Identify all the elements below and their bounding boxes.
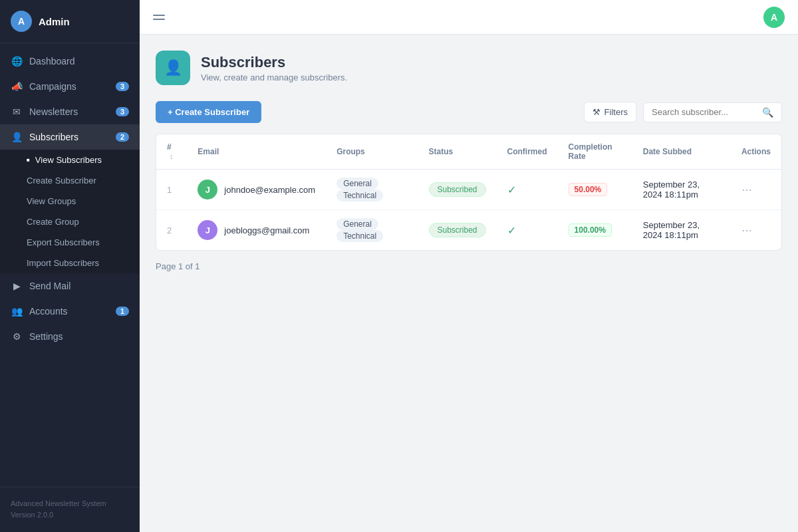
- group-tag: General: [336, 178, 378, 190]
- sidebar-label-dashboard: Dashboard: [29, 56, 75, 66]
- sidebar-header: A Admin: [0, 0, 140, 43]
- subnav-view-subscribers[interactable]: View Subscribers: [0, 150, 140, 170]
- pagination: Page 1 of 1: [156, 261, 782, 271]
- page-icon: 👤: [156, 51, 190, 85]
- cell-groups: GeneralTechnical: [326, 170, 418, 210]
- completion-rate-badge: 100.00%: [569, 223, 612, 237]
- sidebar-item-subscribers[interactable]: 👤 Subscribers 2: [0, 124, 140, 150]
- status-badge: Subscribed: [429, 182, 486, 197]
- cell-email: J joebloggs@gmail.com: [187, 210, 326, 251]
- col-email[interactable]: Email: [187, 134, 326, 170]
- user-avatar: A: [11, 11, 32, 32]
- topbar: A: [140, 0, 798, 35]
- subscribers-badge: 2: [116, 132, 129, 142]
- sidebar-item-dashboard[interactable]: 🌐 Dashboard: [0, 49, 140, 74]
- cell-confirmed: ✓: [497, 210, 558, 251]
- users-icon: 👥: [11, 305, 23, 317]
- subnav-export-subscribers[interactable]: Export Subscribers: [0, 232, 140, 253]
- sidebar-label-subscribers: Subscribers: [29, 132, 78, 142]
- cell-status: Subscribed: [418, 170, 497, 210]
- sidebar-username: Admin: [39, 16, 70, 27]
- sort-icon[interactable]: ↕: [170, 152, 174, 160]
- subscriber-avatar: J: [198, 180, 217, 200]
- accounts-badge: 1: [116, 307, 129, 316]
- actions-menu-button[interactable]: ⋯: [741, 225, 753, 236]
- subnav-view-groups[interactable]: View Groups: [0, 191, 140, 211]
- col-completion-rate[interactable]: Completion Rate: [558, 134, 632, 170]
- subscribers-table-container: # ↕ Email Groups Status Confirmed Comple…: [156, 134, 782, 251]
- cell-actions: ⋯: [731, 210, 781, 251]
- envelope-icon: ✉: [11, 106, 23, 118]
- subscriber-email[interactable]: joebloggs@gmail.com: [224, 225, 309, 235]
- group-tag: Technical: [336, 190, 383, 201]
- subscribers-sub-nav: View Subscribers Create Subscriber View …: [0, 150, 140, 273]
- sidebar-label-settings: Settings: [29, 331, 63, 342]
- toolbar: + Create Subscriber ⚒ Filters 🔍: [156, 101, 782, 123]
- cell-confirmed: ✓: [497, 170, 558, 210]
- page-content: 👤 Subscribers View, create and manage su…: [140, 35, 798, 532]
- sidebar-item-sendmail[interactable]: ▶ Send Mail: [0, 273, 140, 299]
- globe-icon: 🌐: [11, 55, 23, 67]
- cell-email: J johndoe@example.com: [187, 170, 326, 210]
- table-row: 1 J johndoe@example.com GeneralTechnical…: [156, 170, 781, 210]
- topbar-user-avatar[interactable]: A: [763, 7, 785, 28]
- sidebar-item-accounts[interactable]: 👥 Accounts 1: [0, 299, 140, 324]
- cell-num: 2: [156, 210, 187, 251]
- col-actions: Actions: [731, 134, 781, 170]
- col-date-subbed[interactable]: Date Subbed: [632, 134, 731, 170]
- status-badge: Subscribed: [429, 223, 486, 237]
- newsletters-badge: 3: [116, 107, 129, 116]
- cell-completion-rate: 100.00%: [558, 210, 632, 251]
- sidebar-nav: 🌐 Dashboard 📣 Campaigns 3 ✉ Newsletters …: [0, 43, 140, 487]
- filters-button[interactable]: ⚒ Filters: [584, 102, 636, 122]
- footer-text: Advanced Newsletter System Version 2.0.0: [11, 498, 129, 521]
- confirmed-check: ✓: [507, 225, 516, 236]
- col-status[interactable]: Status: [418, 134, 497, 170]
- actions-menu-button[interactable]: ⋯: [741, 184, 753, 196]
- search-input[interactable]: [652, 107, 758, 117]
- topbar-right: A: [763, 7, 785, 28]
- subscribers-table: # ↕ Email Groups Status Confirmed Comple…: [156, 134, 781, 250]
- subnav-create-subscriber[interactable]: Create Subscriber: [0, 170, 140, 191]
- hamburger-menu[interactable]: [153, 15, 165, 20]
- cell-status: Subscribed: [418, 210, 497, 251]
- col-confirmed[interactable]: Confirmed: [497, 134, 558, 170]
- filters-label: Filters: [604, 107, 628, 117]
- sidebar-label-accounts: Accounts: [29, 306, 68, 317]
- play-icon: ▶: [11, 280, 23, 292]
- cell-date-subbed: September 23, 2024 18:11pm: [632, 170, 731, 210]
- subnav-import-subscribers[interactable]: Import Subscribers: [0, 253, 140, 273]
- filter-icon: ⚒: [593, 107, 600, 117]
- group-tag: General: [336, 218, 378, 230]
- cell-groups: GeneralTechnical: [326, 210, 418, 251]
- sidebar: A Admin 🌐 Dashboard 📣 Campaigns 3 ✉ News…: [0, 0, 140, 532]
- cell-date-subbed: September 23, 2024 18:11pm: [632, 210, 731, 251]
- page-header-text: Subscribers View, create and manage subs…: [201, 54, 347, 82]
- cell-completion-rate: 50.00%: [558, 170, 632, 210]
- col-groups[interactable]: Groups: [326, 134, 418, 170]
- table-body: 1 J johndoe@example.com GeneralTechnical…: [156, 170, 781, 251]
- cell-actions: ⋯: [731, 170, 781, 210]
- page-subtitle: View, create and manage subscribers.: [201, 72, 347, 82]
- create-subscriber-button[interactable]: + Create Subscriber: [156, 101, 261, 123]
- group-tag: Technical: [336, 230, 383, 242]
- sidebar-item-settings[interactable]: ⚙ Settings: [0, 324, 140, 349]
- page-header: 👤 Subscribers View, create and manage su…: [156, 51, 782, 85]
- sidebar-footer: Advanced Newsletter System Version 2.0.0: [0, 487, 140, 532]
- people-icon: 👤: [11, 131, 23, 143]
- sidebar-label-newsletters: Newsletters: [29, 106, 78, 117]
- table-row: 2 J joebloggs@gmail.com GeneralTechnical…: [156, 210, 781, 251]
- sidebar-item-newsletters[interactable]: ✉ Newsletters 3: [0, 99, 140, 124]
- subscriber-email[interactable]: johndoe@example.com: [224, 185, 315, 195]
- completion-rate-badge: 50.00%: [569, 183, 608, 196]
- subscriber-avatar: J: [198, 220, 217, 240]
- main-content: A 👤 Subscribers View, create and manage …: [140, 0, 798, 532]
- confirmed-check: ✓: [507, 184, 516, 196]
- table-header-row: # ↕ Email Groups Status Confirmed Comple…: [156, 134, 781, 170]
- subnav-create-group[interactable]: Create Group: [0, 211, 140, 232]
- col-num: # ↕: [156, 134, 187, 170]
- sidebar-label-sendmail: Send Mail: [29, 281, 70, 291]
- page-title: Subscribers: [201, 54, 347, 71]
- sidebar-item-campaigns[interactable]: 📣 Campaigns 3: [0, 74, 140, 99]
- search-box: 🔍: [643, 102, 782, 122]
